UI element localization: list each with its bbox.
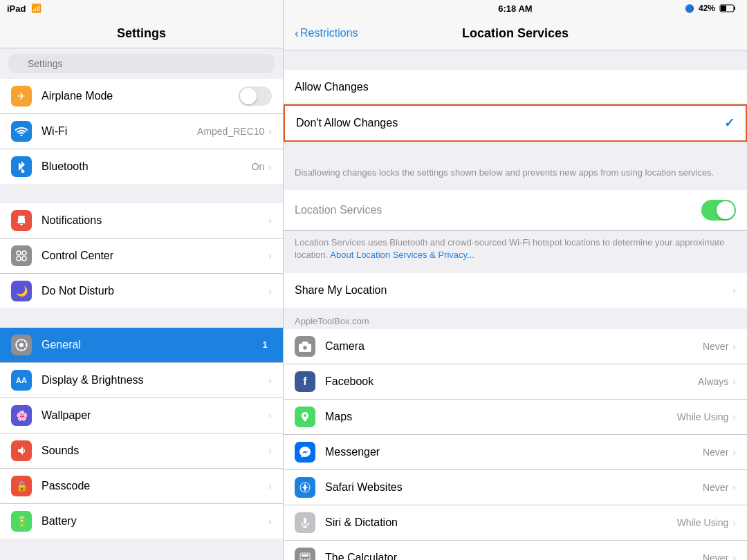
svg-rect-19 [302, 554, 308, 557]
control-center-label: Control Center [42, 250, 268, 262]
settings2-group: General 1 AA Display & Brightness › 🌸 Wa… [0, 328, 283, 539]
wifi-value: Amped_REC10 [197, 126, 264, 137]
do-not-disturb-label: Do Not Disturb [42, 285, 268, 297]
passcode-icon: 🔒 [11, 476, 32, 496]
airplane-icon: ✈ [11, 86, 32, 106]
dont-allow-changes-row[interactable]: Don't Allow Changes ✓ [284, 104, 747, 142]
sidebar-item-airplane[interactable]: ✈ Airplane Mode [0, 79, 283, 114]
allow-changes-row[interactable]: Allow Changes [284, 70, 747, 104]
display-icon: AA [11, 370, 32, 391]
facebook-label: Facebook [325, 375, 698, 388]
sidebar-item-passcode[interactable]: 🔒 Passcode › [0, 469, 283, 504]
sidebar-item-general[interactable]: General 1 [0, 328, 283, 363]
svg-rect-8 [734, 7, 735, 10]
battery-label: Battery [42, 515, 268, 528]
app-row-camera[interactable]: Camera Never › [284, 329, 747, 364]
share-my-location-label: Share My Location [295, 284, 732, 297]
sounds-icon [11, 440, 32, 461]
svg-marker-14 [302, 483, 308, 492]
sidebar-item-notifications[interactable]: Notifications › [0, 203, 283, 239]
sidebar-item-wifi[interactable]: Wi-Fi Amped_REC10 › [0, 114, 283, 149]
allow-changes-note: Disallowing changes locks the settings s… [284, 161, 747, 190]
location-services-note: Location Services uses Bluetooth and cro… [284, 231, 747, 272]
app-row-siri[interactable]: Siri & Dictation While Using › [284, 505, 747, 541]
svg-point-21 [304, 559, 306, 560]
sidebar-item-control-center[interactable]: Control Center › [0, 239, 283, 274]
sidebar-item-bluetooth[interactable]: Bluetooth On › [0, 149, 283, 184]
app-row-maps[interactable]: Maps While Using › [284, 400, 747, 435]
sidebar-item-do-not-disturb[interactable]: 🌙 Do Not Disturb › [0, 274, 283, 308]
app-row-facebook[interactable]: f Facebook Always › [284, 364, 747, 400]
bluetooth-value: On [252, 161, 265, 172]
ipad-label: iPad [7, 3, 26, 14]
control-center-icon [11, 245, 32, 266]
wifi-status-icon: 📶 [31, 3, 42, 13]
svg-point-3 [17, 256, 21, 261]
right-title: Location Services [462, 26, 569, 41]
facebook-chevron: › [732, 376, 736, 387]
app-row-messenger[interactable]: Messenger Never › [284, 435, 747, 470]
wifi-icon [11, 121, 32, 142]
settings-title: Settings [0, 26, 283, 41]
maps-value: While Using [677, 411, 729, 422]
siri-value: While Using [677, 517, 729, 528]
status-time: 6:18 AM [498, 3, 532, 14]
back-chevron-icon: ‹ [295, 26, 299, 41]
notifications-chevron: › [268, 215, 272, 226]
location-privacy-link[interactable]: About Location Services & Privacy... [330, 250, 474, 260]
bluetooth-status-icon: 🔵 [685, 4, 694, 13]
allow-changes-section: Allow Changes Don't Allow Changes ✓ Disa… [284, 70, 747, 190]
right-panel: 6:18 AM 🔵 42% ‹ Restrictions Location Se… [284, 0, 747, 560]
notifications-icon [11, 210, 32, 231]
connectivity-group: ✈ Airplane Mode Wi-Fi Amped_REC10 › Blue… [0, 79, 283, 184]
do-not-disturb-icon: 🌙 [11, 281, 32, 301]
wifi-chevron: › [268, 126, 272, 137]
app-row-safari[interactable]: Safari Websites Never › [284, 470, 747, 505]
sidebar-item-battery[interactable]: 🔋 Battery › [0, 504, 283, 539]
back-button[interactable]: ‹ Restrictions [295, 26, 358, 41]
svg-point-4 [22, 256, 26, 261]
battery-chevron: › [268, 516, 272, 527]
search-input[interactable] [8, 54, 275, 73]
control-center-chevron: › [268, 250, 272, 261]
share-my-location-row[interactable]: Share My Location › [284, 273, 747, 308]
svg-point-1 [17, 251, 21, 255]
bluetooth-label: Bluetooth [42, 160, 252, 173]
calculator-app-icon [295, 548, 315, 560]
facebook-app-icon: f [295, 371, 315, 392]
bluetooth-icon [11, 156, 32, 177]
sidebar-item-sounds[interactable]: Sounds › [0, 433, 283, 469]
display-label: Display & Brightness [42, 374, 268, 386]
airplane-toggle[interactable] [239, 86, 272, 106]
sounds-chevron: › [268, 445, 272, 456]
svg-rect-9 [721, 6, 726, 11]
left-panel: iPad 📶 Settings 🔍 ✈ Airplane Mode Wi-F [0, 0, 284, 560]
passcode-label: Passcode [42, 480, 268, 492]
app-row-calculator[interactable]: The Calculator Never › [284, 541, 747, 560]
share-location-section: Share My Location › [284, 273, 747, 308]
calculator-value: Never [703, 552, 728, 560]
general-badge: 1 [258, 338, 272, 352]
wallpaper-icon: 🌸 [11, 405, 32, 426]
messenger-value: Never [703, 447, 728, 458]
camera-app-icon [295, 336, 315, 357]
safari-chevron: › [732, 482, 736, 493]
sidebar-item-wallpaper[interactable]: 🌸 Wallpaper › [0, 398, 283, 433]
notifications-label: Notifications [42, 214, 268, 227]
camera-label: Camera [325, 340, 703, 353]
sounds-label: Sounds [42, 445, 268, 457]
messenger-label: Messenger [325, 446, 703, 458]
location-services-row: Location Services [284, 190, 747, 231]
divider-2 [0, 308, 283, 328]
location-services-toggle[interactable] [701, 200, 736, 221]
allow-changes-label: Allow Changes [295, 81, 736, 93]
wifi-label: Wi-Fi [42, 125, 197, 138]
apps-section-group: Camera Never › f Facebook Always › Maps … [284, 329, 747, 560]
location-services-label: Location Services [295, 204, 701, 216]
svg-rect-12 [302, 342, 308, 344]
messenger-chevron: › [732, 447, 736, 458]
bluetooth-chevron: › [268, 161, 272, 172]
sidebar-item-display[interactable]: AA Display & Brightness › [0, 363, 283, 398]
search-bar: 🔍 [0, 48, 283, 79]
general-icon [11, 335, 32, 355]
